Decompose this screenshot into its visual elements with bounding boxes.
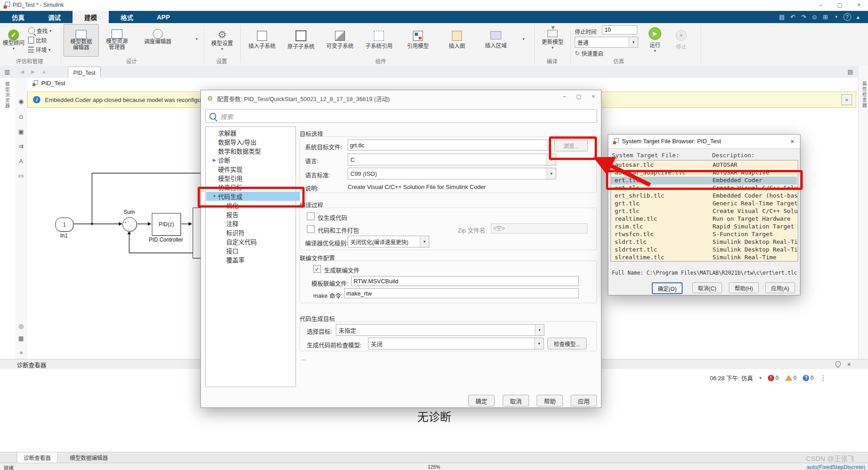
tree-item-solver[interactable]: 求解器	[206, 128, 306, 137]
list-item[interactable]: rtwsfcn.tlcS-Function Target	[611, 231, 797, 238]
cancel-button[interactable]: 取消(C)	[692, 282, 722, 293]
zoom-icon[interactable]: ⊙	[809, 11, 820, 22]
atomic-subsystem-button[interactable]: 原子子系统	[282, 24, 320, 56]
package-code-checkbox[interactable]	[307, 225, 315, 233]
run-button[interactable]: ▶ 运行 ▾	[644, 24, 666, 56]
generate-code-only-checkbox[interactable]	[307, 213, 315, 220]
system-target-file-input[interactable]	[348, 140, 548, 150]
list-item[interactable]: slrealtime.tlcSimulink Real-Time	[611, 254, 797, 262]
insert-area-button[interactable]: 插入区域	[477, 24, 514, 56]
select-target-combo[interactable]: 未指定 ▾	[336, 324, 544, 336]
pin-icon[interactable]	[834, 360, 842, 368]
tree-expand-icon[interactable]: ▶	[212, 158, 217, 162]
close-button[interactable]: ×	[850, 0, 868, 10]
tree-item-custom-code[interactable]: 自定义代码	[206, 237, 315, 246]
help-button[interactable]: 帮助(H)	[729, 282, 759, 293]
tree-item-identifiers[interactable]: 标识符	[206, 228, 315, 237]
find-button[interactable]: 查找 ▾	[28, 27, 52, 34]
schedule-editor-button[interactable]: 调度编辑器	[136, 24, 179, 56]
pid-block[interactable]: PID(z)	[152, 213, 181, 236]
list-item[interactable]: sldrtert.tlcSimulink Desktop Real-Tim	[611, 246, 797, 254]
help-button[interactable]: 帮助	[537, 395, 563, 407]
forward-icon[interactable]: ▶	[29, 68, 37, 75]
design-overflow-icon[interactable]: ▾	[192, 37, 201, 41]
ok-button[interactable]: 确定(O)	[652, 282, 683, 294]
list-item[interactable]: grt.tlcCreate Visual C/C++ Solut	[611, 208, 797, 215]
tree-item-data-io[interactable]: 数据导入/导出	[206, 137, 306, 146]
close-icon[interactable]: ×	[587, 91, 600, 102]
zoom-tool-icon[interactable]: ⊙	[15, 111, 27, 122]
components-overflow-icon[interactable]: ▾	[519, 37, 528, 41]
tree-item-model-ref[interactable]: 模型引用	[206, 174, 306, 183]
search-box[interactable]: 搜索	[205, 109, 597, 123]
document-tab[interactable]: PID_Test	[68, 67, 101, 78]
tab-apps[interactable]: APP	[145, 11, 182, 23]
tree-item-comments[interactable]: 注释	[206, 219, 315, 228]
simulation-mode-combo[interactable]: 普通 ▾	[575, 37, 638, 48]
compare-button[interactable]: 比较	[28, 36, 47, 44]
info-badge[interactable]: ? 0	[803, 375, 814, 381]
close-panel-icon[interactable]: ×	[844, 360, 853, 369]
close-notification-icon[interactable]: ×	[841, 94, 852, 105]
minimize-icon[interactable]: –	[558, 91, 571, 102]
tree-item-math-datatypes[interactable]: 数学和数据类型	[206, 146, 306, 155]
model-settings-button[interactable]: ⚙ 模型设置 ▾	[207, 24, 238, 56]
model-browser-vertical-tab[interactable]: 模型浏览器	[4, 82, 10, 109]
tree-item-hardware[interactable]: 硬件实现	[206, 165, 306, 174]
error-badge[interactable]: ! 0	[768, 375, 779, 381]
tab-format[interactable]: 格式	[109, 11, 145, 23]
annotation-icon[interactable]: A	[15, 155, 27, 167]
tree-item-interface[interactable]: 接口	[206, 246, 315, 255]
language-combo[interactable]: C ▾	[348, 154, 556, 165]
check-model-combo[interactable]: 关闭 ▾	[368, 338, 544, 349]
fit-view-icon[interactable]: ▣	[15, 126, 27, 137]
minimize-button[interactable]: –	[812, 0, 830, 10]
list-item[interactable]: autosar.tlcAUTOSAR	[611, 161, 797, 169]
layout-icon[interactable]: ⊞	[820, 11, 831, 22]
update-model-button[interactable]: 更新模型 ▾	[537, 24, 568, 56]
generate-makefile-checkbox[interactable]: ✓	[313, 265, 321, 273]
compiler-optimization-combo[interactable]: 关闭优化(编译速度更快) ▾	[348, 236, 429, 247]
language-standard-combo[interactable]: C99 (ISO) ▾	[348, 168, 556, 179]
tree-item-diagnostics[interactable]: ▶ 诊断	[206, 155, 300, 165]
hide-browser-icon[interactable]: ◉	[15, 95, 27, 107]
model-advisor-button[interactable]: ✓ 模型顾问 ▾	[2, 24, 25, 56]
stop-time-input[interactable]	[602, 25, 637, 34]
area-tool-icon[interactable]: ▭	[15, 170, 27, 181]
warning-badge[interactable]: 0	[785, 375, 797, 381]
model-browser-toggle-icon[interactable]: ▥	[3, 67, 12, 76]
undo-icon[interactable]: ↶	[787, 11, 798, 22]
data-view-icon[interactable]: ▦	[15, 332, 27, 344]
make-command-input[interactable]	[344, 288, 579, 298]
toolbar-dropdown-icon[interactable]: ▾	[831, 11, 842, 22]
model-data-editor-button[interactable]: 模型数据 编辑器	[63, 24, 99, 57]
tab-model-data-editor[interactable]: 模型数据编辑器	[63, 452, 114, 463]
up-icon[interactable]: ▲	[40, 68, 48, 75]
template-makefile-input[interactable]	[351, 276, 579, 286]
tab-debug[interactable]: 调试	[36, 11, 73, 23]
cancel-button[interactable]: 取消	[503, 395, 529, 407]
variant-subsystem-button[interactable]: 可变子系统	[321, 24, 359, 56]
redo-icon[interactable]: ↷	[798, 11, 809, 22]
breadcrumb[interactable]: PID_Test	[32, 80, 65, 87]
maximize-button[interactable]: ▢	[831, 0, 849, 10]
environment-button[interactable]: 环境 ▾	[28, 46, 51, 53]
list-item[interactable]: ert_shrlib.tlcEmbedded Coder (host-base	[611, 192, 797, 200]
more-options-icon[interactable]: ⋮	[820, 374, 827, 382]
split-view-icon[interactable]: ▤	[845, 67, 855, 76]
model-explorer-button[interactable]: 模型资源 管理器	[100, 24, 134, 56]
tab-diagnostic-viewer[interactable]: 诊断查看器	[17, 452, 58, 463]
close-icon[interactable]: ×	[787, 136, 797, 146]
inport-block[interactable]: 1	[55, 218, 73, 232]
tab-simulation[interactable]: 仿真	[0, 11, 36, 23]
solver-status[interactable]: auto(FixedStepDiscrete)	[807, 464, 865, 470]
maximize-icon[interactable]: ▢	[572, 91, 585, 102]
expand-tools-icon[interactable]: »	[15, 346, 27, 358]
reference-model-button[interactable]: 引用模型	[399, 24, 436, 56]
apply-button[interactable]: 应用	[571, 395, 597, 407]
insert-subsystem-button[interactable]: 插入子系统	[243, 24, 281, 56]
subsystem-reference-button[interactable]: 子系统引用	[360, 24, 398, 56]
help-icon[interactable]: ?	[844, 13, 851, 21]
insert-chart-button[interactable]: 插入图	[438, 24, 475, 56]
tree-item-coverage[interactable]: 覆盖率	[206, 255, 315, 264]
